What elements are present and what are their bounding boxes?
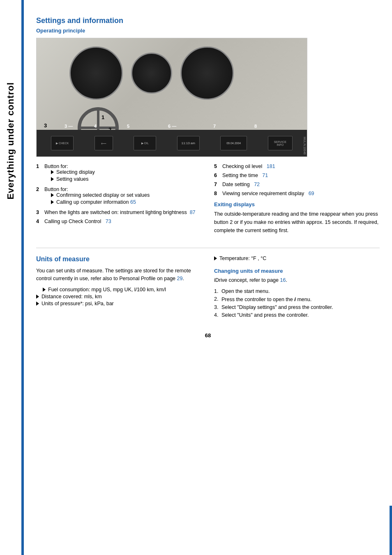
- item-1-sub-1: Selecting display: [51, 169, 202, 175]
- sidebar: Everything under control: [0, 0, 21, 555]
- tri-bullet-icon: [36, 295, 39, 299]
- strip-label-3: 3 —: [65, 124, 73, 129]
- numbered-items-section: 1 Button for: Selecting display Setting …: [36, 164, 380, 240]
- step-3-text: Select "Display settings" and press the …: [221, 304, 333, 310]
- diagram-label-1: 1: [101, 114, 104, 120]
- exiting-displays-section: Exiting displays The outside-temperature…: [214, 201, 380, 235]
- units-bullet-1-text: Fuel consumption: mpg US, mpg UK, l/100 …: [48, 287, 166, 292]
- tri-bullet-icon: [51, 177, 54, 181]
- temp-bullet: Temperature: °F , °C: [214, 256, 380, 261]
- item-3-num: 3: [36, 210, 43, 215]
- bottom-blue-bar: [390, 506, 392, 555]
- item-8-label: Viewing service requirement display: [222, 191, 304, 196]
- item-1-sub-2: Setting values: [51, 176, 202, 182]
- page-number: 68: [36, 332, 380, 339]
- units-section: Units of measure You can set units of me…: [36, 256, 202, 320]
- tri-bullet-icon: [51, 193, 54, 197]
- item-2: 2 Button for: Confirming selected displa…: [36, 187, 202, 206]
- item-6-label: Setting the time: [222, 173, 258, 178]
- gauge-speedometer: [69, 46, 123, 100]
- step-2-text: Press the controller to open the i menu.: [221, 296, 311, 302]
- changing-units-intro: iDrive concept, refer to page 16.: [214, 276, 380, 284]
- step-2: 2. Press the controller to open the i me…: [214, 296, 380, 302]
- item-2-num: 2: [36, 187, 43, 192]
- strip-label-7: 7: [213, 124, 216, 129]
- bottom-section: Units of measure You can set units of me…: [36, 256, 380, 320]
- temp-bullet-text: Temperature: °F , °C: [219, 256, 266, 261]
- ref-181-link[interactable]: 181: [267, 164, 275, 169]
- item-1-sub-1-text: Selecting display: [56, 169, 95, 175]
- step-4-num: 4.: [214, 312, 221, 318]
- changing-units-intro-text: iDrive concept, refer to page: [214, 277, 279, 283]
- ref-69-link[interactable]: 69: [309, 191, 314, 196]
- item-1-sub-2-text: Setting values: [56, 176, 89, 182]
- gauge-area: [61, 42, 217, 108]
- item-2-sub-1: Confirming selected display or set value…: [51, 192, 202, 198]
- ref-65-link[interactable]: 65: [130, 199, 136, 205]
- page-title: Settings and information: [36, 16, 380, 25]
- item-7-label: Date setting: [222, 182, 250, 187]
- item-7-num: 7: [214, 182, 221, 187]
- inst-box-8: SERVICEINFO: [268, 136, 293, 150]
- inst-item-8: SERVICEINFO: [268, 136, 293, 150]
- item-8-content: Viewing service requirement display 69: [222, 191, 380, 196]
- inst-box-3: ▶ CHECK: [51, 136, 74, 150]
- item-2-content: Button for: Confirming selected display …: [44, 187, 202, 206]
- main-content: Settings and information Operating princ…: [28, 0, 392, 359]
- changing-units-section: Temperature: °F , °C Changing units of m…: [214, 256, 380, 320]
- dash-inner: 1 2 3 ▶ CHECK ⟵ ▶ OIL: [37, 38, 307, 157]
- item-3: 3 When the lights are switched on: instr…: [36, 210, 202, 215]
- item-4-label: Calling up Check Control: [44, 219, 101, 224]
- item-1-label: Button for:: [44, 164, 68, 169]
- gauge-tachometer: [180, 46, 234, 100]
- item-8-num: 8: [214, 191, 221, 196]
- item-4-content: Calling up Check Control 73: [44, 219, 202, 224]
- tri-bullet-icon: [51, 170, 54, 174]
- dashboard-image: 1 2 3 ▶ CHECK ⟵ ▶ OIL: [36, 38, 307, 157]
- inst-item-7: 09.04.2004: [220, 136, 247, 150]
- inst-item-5: ▶ OIL: [134, 136, 156, 150]
- exiting-displays-desc: The outside-temperature reading and the …: [214, 210, 380, 235]
- units-desc: You can set units of measure. The settin…: [36, 267, 202, 283]
- tri-bullet-icon: [214, 256, 217, 260]
- gauge-center: [131, 53, 172, 94]
- inst-box-5: ▶ OIL: [134, 136, 156, 150]
- item-1-content: Button for: Selecting display Setting va…: [44, 164, 202, 183]
- units-title: Units of measure: [36, 256, 202, 263]
- ref-87-link[interactable]: 87: [190, 210, 196, 215]
- item-7: 7 Date setting 72: [214, 182, 380, 187]
- step-4-text: Select "Units" and press the controller.: [221, 312, 309, 318]
- item-5-content: Checking oil level 181: [222, 164, 380, 169]
- section-divider: [36, 248, 380, 248]
- item-6-content: Setting the time 71: [222, 173, 380, 178]
- tri-bullet-icon: [36, 302, 39, 306]
- inst-box-6: 11:13 am: [177, 136, 200, 150]
- step-2-num: 2.: [214, 296, 221, 302]
- item-2-sub-2: Calling up computer information 65: [51, 199, 202, 205]
- ref-16-link[interactable]: 16: [280, 277, 286, 283]
- ref-71-link[interactable]: 71: [262, 173, 268, 178]
- ref-29-link[interactable]: 29: [177, 276, 183, 281]
- item-5-num: 5: [214, 164, 221, 169]
- item-7-content: Date setting 72: [222, 182, 380, 187]
- strip-label-8: 8: [254, 124, 257, 129]
- ref-72-link[interactable]: 72: [254, 182, 260, 187]
- changing-units-title: Changing units of measure: [214, 268, 380, 274]
- ref-73-link[interactable]: 73: [106, 219, 111, 224]
- inst-item-3: ▶ CHECK: [51, 136, 74, 150]
- inst-box-7: 09.04.2004: [220, 136, 247, 150]
- operating-principle-label: Operating principle: [36, 28, 380, 34]
- item-6: 6 Setting the time 71: [214, 173, 380, 178]
- item-4: 4 Calling up Check Control 73: [36, 219, 202, 224]
- inst-box-4: ⟵: [95, 136, 113, 150]
- item-6-num: 6: [214, 173, 221, 178]
- step-1: 1. Open the start menu.: [214, 288, 380, 294]
- diagram-label-3: 3: [44, 122, 47, 129]
- item-1-num: 1: [36, 164, 43, 169]
- units-bullet-1: Fuel consumption: mpg US, mpg UK, l/100 …: [43, 287, 202, 292]
- blue-left-bar: [21, 0, 24, 555]
- exiting-displays-title: Exiting displays: [214, 201, 380, 207]
- watermark: MUL.N.10046: [303, 137, 306, 154]
- step-3-num: 3.: [214, 304, 221, 310]
- step-1-text: Open the start menu.: [221, 288, 270, 294]
